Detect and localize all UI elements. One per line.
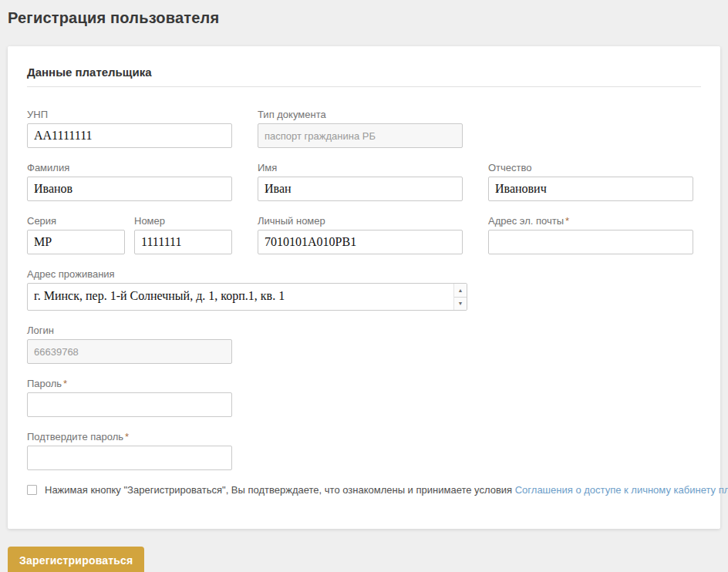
personal-number-field: Личный номер xyxy=(258,215,463,254)
email-label: Адрес эл. почты* xyxy=(488,215,693,227)
row-unp-doctype: УНП Тип документа xyxy=(27,109,701,148)
password-required-mark: * xyxy=(63,378,67,389)
firstname-input[interactable] xyxy=(258,177,463,201)
row-passport-email: Серия Номер Личный номер Адрес эл. почты… xyxy=(27,215,701,254)
row-password: Пароль* xyxy=(27,378,701,417)
doctype-input xyxy=(258,123,463,148)
password-confirm-label: Подтвердите пароль* xyxy=(27,431,232,442)
middlename-label: Отчество xyxy=(488,162,693,173)
number-field: Номер xyxy=(134,215,232,254)
login-field: Логин xyxy=(27,325,232,364)
middlename-field: Отчество xyxy=(488,162,693,201)
address-textarea-wrap: г. Минск, пер. 1-й Солнечный, д. 1, корп… xyxy=(27,283,467,311)
number-input[interactable] xyxy=(134,230,232,254)
password-input[interactable] xyxy=(27,392,232,417)
number-label: Номер xyxy=(134,215,232,227)
series-field: Серия xyxy=(27,215,125,254)
payer-data-card: Данные плательщика УНП Тип документа Фам… xyxy=(8,46,720,529)
password-confirm-field: Подтвердите пароль* xyxy=(27,431,232,470)
email-input[interactable] xyxy=(488,230,693,254)
scrollbar-down-icon[interactable]: ▼ xyxy=(454,298,467,311)
unp-field: УНП xyxy=(27,109,232,148)
lastname-field: Фамилия xyxy=(27,162,232,201)
address-field: Адрес проживания г. Минск, пер. 1-й Солн… xyxy=(27,268,467,311)
address-scrollbar[interactable]: ▲ ▼ xyxy=(453,284,467,310)
password-label: Пароль* xyxy=(27,378,232,389)
agreement-checkbox[interactable] xyxy=(27,485,37,495)
unp-input[interactable] xyxy=(27,123,232,148)
series-label: Серия xyxy=(27,215,125,227)
personal-number-label: Личный номер xyxy=(258,215,463,227)
lastname-label: Фамилия xyxy=(27,162,232,173)
section-title: Данные плательщика xyxy=(27,66,701,87)
password-confirm-required-mark: * xyxy=(125,431,129,442)
row-login: Логин xyxy=(27,325,701,364)
lastname-input[interactable] xyxy=(27,177,232,201)
personal-number-input[interactable] xyxy=(258,230,463,254)
login-input xyxy=(27,339,232,364)
page-title: Регистрация пользователя xyxy=(8,9,720,27)
password-field: Пароль* xyxy=(27,378,232,417)
doctype-field: Тип документа xyxy=(258,109,463,148)
register-button[interactable]: Зарегистрироваться xyxy=(8,547,144,572)
email-field: Адрес эл. почты* xyxy=(488,215,693,254)
login-label: Логин xyxy=(27,325,232,336)
address-textarea[interactable]: г. Минск, пер. 1-й Солнечный, д. 1, корп… xyxy=(28,284,453,310)
row-address: Адрес проживания г. Минск, пер. 1-й Солн… xyxy=(27,268,701,311)
firstname-label: Имя xyxy=(258,162,463,173)
scrollbar-up-icon[interactable]: ▲ xyxy=(454,284,467,298)
password-confirm-input[interactable] xyxy=(27,446,232,470)
series-number-group: Серия Номер xyxy=(27,215,232,254)
doctype-label: Тип документа xyxy=(258,109,463,120)
agreement-row: Нажимая кнопку "Зарегистрироваться", Вы … xyxy=(27,484,701,496)
row-password-confirm: Подтвердите пароль* xyxy=(27,431,701,470)
agreement-text: Нажимая кнопку "Зарегистрироваться", Вы … xyxy=(45,484,728,496)
row-fio: Фамилия Имя Отчество xyxy=(27,162,701,201)
firstname-field: Имя xyxy=(258,162,463,201)
series-input[interactable] xyxy=(27,230,125,254)
address-label: Адрес проживания xyxy=(27,268,467,280)
middlename-input[interactable] xyxy=(488,177,693,201)
unp-label: УНП xyxy=(27,109,232,120)
email-required-mark: * xyxy=(565,215,569,227)
agreement-link[interactable]: Соглашения о доступе к личному кабинету … xyxy=(515,484,728,496)
